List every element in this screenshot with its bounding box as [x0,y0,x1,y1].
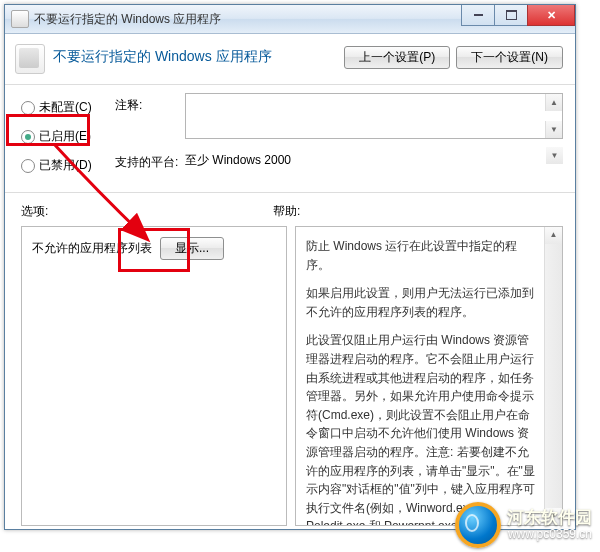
radio-disabled[interactable]: 已禁用(D) [21,157,115,174]
scroll-up-icon[interactable]: ▲ [545,227,562,244]
dialog-window: 不要运行指定的 Windows 应用程序 ✕ 不要运行指定的 Windows 应… [4,4,576,530]
scroll-down-icon[interactable]: ▼ [545,121,562,138]
chevron-down-icon[interactable]: ▼ [546,147,563,164]
minimize-button[interactable] [461,5,495,26]
comment-label: 注释: [115,93,185,114]
radio-enabled[interactable]: 已启用(E) [21,128,115,145]
app-icon [11,10,29,28]
header: 不要运行指定的 Windows 应用程序 上一个设置(P) 下一个设置(N) [5,34,575,85]
radio-label: 已启用(E) [39,128,91,145]
policy-icon [15,44,45,74]
window-title: 不要运行指定的 Windows 应用程序 [34,11,221,28]
radio-icon [21,130,35,144]
options-section-label: 选项: [21,203,273,220]
previous-setting-button[interactable]: 上一个设置(P) [344,46,450,69]
radio-not-configured[interactable]: 未配置(C) [21,99,115,116]
globe-icon [455,502,501,548]
help-panel: 防止 Windows 运行在此设置中指定的程序。 如果启用此设置，则用户无法运行… [295,226,563,526]
scrollbar[interactable]: ▲ ▼ [545,94,562,138]
radio-label: 已禁用(D) [39,157,92,174]
maximize-button[interactable] [494,5,528,26]
comment-textarea[interactable]: ▲ ▼ [185,93,563,139]
watermark-url: www.pc0359.cn [507,528,592,541]
platform-value: 至少 Windows 2000 ▼ [185,145,563,175]
platform-label: 支持的平台: [115,150,185,171]
scroll-up-icon[interactable]: ▲ [545,94,562,111]
next-setting-button[interactable]: 下一个设置(N) [456,46,563,69]
radio-icon [21,159,35,173]
options-panel: 不允许的应用程序列表 显示... [21,226,287,526]
help-section-label: 帮助: [273,203,563,220]
titlebar[interactable]: 不要运行指定的 Windows 应用程序 ✕ [5,5,575,34]
watermark: 河东软件园 www.pc0359.cn [0,498,600,552]
show-button[interactable]: 显示... [160,237,224,260]
radio-label: 未配置(C) [39,99,92,116]
help-paragraph: 此设置仅阻止用户运行由 Windows 资源管理器进程启动的程序。它不会阻止用户… [306,331,538,526]
disallowed-list-label: 不允许的应用程序列表 [32,240,152,257]
help-paragraph: 防止 Windows 运行在此设置中指定的程序。 [306,237,538,274]
close-button[interactable]: ✕ [527,5,575,26]
watermark-name: 河东软件园 [507,509,592,528]
policy-heading: 不要运行指定的 Windows 应用程序 [53,44,344,66]
help-paragraph: 如果启用此设置，则用户无法运行已添加到不允许的应用程序列表的程序。 [306,284,538,321]
help-scrollbar[interactable]: ▲ ▼ [544,227,562,525]
radio-icon [21,101,35,115]
